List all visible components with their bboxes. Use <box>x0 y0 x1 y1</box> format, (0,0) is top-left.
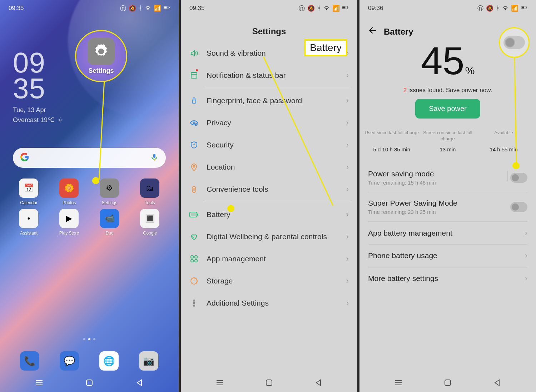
nav-home-button[interactable] <box>262 376 276 390</box>
chevron-right-icon: › <box>346 96 349 105</box>
dock-app-messages[interactable]: 💬 <box>55 351 84 371</box>
nav-recents-button[interactable] <box>32 376 46 390</box>
app-label: Tools <box>145 200 155 205</box>
dock-app-phone[interactable]: 📞 <box>15 351 44 371</box>
app-icon: 🗂 <box>140 179 159 198</box>
settings-row-storage[interactable]: Storage › <box>188 270 350 292</box>
page-title: Settings <box>181 16 357 42</box>
app-icon: 🌼 <box>59 179 79 198</box>
settings-row-label: Convenience tools <box>207 185 338 194</box>
svg-point-35 <box>193 300 195 301</box>
toggle-switch[interactable] <box>510 173 527 183</box>
app-photos[interactable]: 🌼 Photos <box>55 179 83 205</box>
app-icon: 📞 <box>20 351 39 371</box>
back-button[interactable] <box>368 26 377 37</box>
nav-back-button[interactable] <box>311 376 326 390</box>
bluetooth-icon: ᚼ <box>496 5 500 12</box>
settings-row-label: Battery <box>207 210 338 219</box>
page-indicator <box>0 338 179 340</box>
settings-row-finger[interactable]: Fingerprint, face & password › <box>188 90 350 112</box>
settings-row-apps[interactable]: App management › <box>188 248 350 270</box>
battery-stats-row: Used since last full charge 5 d 10 h 35 … <box>359 130 536 152</box>
app-icon: 📷 <box>139 351 158 371</box>
annotation-callout-battery: Battery <box>304 39 347 56</box>
app-calendar[interactable]: 📅 Calendar <box>14 179 43 205</box>
battery-stat: Available 14 h 55 min <box>476 130 531 152</box>
app-google[interactable]: 🔳 Google <box>135 209 164 236</box>
app-icon: 💬 <box>60 351 79 371</box>
battery-row-super-power-saving-mode[interactable]: Super Power Saving ModeTime remaining: 2… <box>368 192 527 221</box>
svg-rect-8 <box>153 154 155 158</box>
nav-recents-button[interactable] <box>391 376 406 390</box>
location-icon <box>189 162 199 172</box>
settings-row-additional[interactable]: Additional Settings › <box>188 292 350 314</box>
panel-settings-list: 09:35 ⓝ 🔕 ᚼ 📶 Settings Battery Sound & v… <box>179 0 357 392</box>
app-label: Calendar <box>20 200 38 205</box>
mic-icon[interactable] <box>150 153 159 163</box>
chevron-right-icon: › <box>346 210 349 219</box>
sound-icon <box>189 49 199 58</box>
settings-row-location[interactable]: Location › <box>188 156 350 178</box>
home-clock-widget[interactable]: 09 35 Tue, 13 Apr Overcast 19℃ <box>13 50 63 124</box>
settings-row-label: App management <box>207 255 338 263</box>
page-title: Battery <box>384 27 413 37</box>
divider-vertical <box>507 171 508 181</box>
annotation-dot <box>512 162 520 169</box>
app-icon: 🌐 <box>99 351 119 371</box>
chevron-right-icon: › <box>346 298 349 308</box>
nfc-icon: ⓝ <box>477 4 483 12</box>
status-icons: ⓝ 🔕 ᚼ 📶 <box>477 4 527 12</box>
save-power-button[interactable]: Save power <box>415 99 480 119</box>
settings-row-privacy[interactable]: Privacy › <box>188 112 350 134</box>
battery-stat: Used since last full charge 5 d 10 h 35 … <box>364 130 420 152</box>
settings-row-security[interactable]: Security › <box>188 134 350 156</box>
battery-icon <box>342 4 349 12</box>
svg-rect-33 <box>195 260 197 262</box>
chevron-right-icon: › <box>525 228 527 238</box>
nav-home-button[interactable] <box>82 376 96 390</box>
zoom-label: Settings <box>88 67 114 75</box>
chevron-right-icon: › <box>346 254 349 263</box>
svg-rect-32 <box>191 260 193 262</box>
svg-rect-1 <box>164 6 167 8</box>
settings-row-battery[interactable]: Battery › <box>188 203 350 226</box>
svg-point-37 <box>193 305 195 306</box>
battery-icon <box>164 4 170 12</box>
status-time: 09:35 <box>9 5 24 12</box>
status-bar: 09:36 ⓝ 🔕 ᚼ 📶 <box>359 0 536 16</box>
dock-app-chrome[interactable]: 🌐 <box>95 351 123 371</box>
battery-row-more-battery-settings[interactable]: More battery settings› <box>368 267 527 290</box>
toggle-icon <box>503 36 525 49</box>
convenience-icon <box>189 185 199 194</box>
svg-rect-2 <box>169 7 169 8</box>
nav-back-button[interactable] <box>132 376 147 390</box>
svg-rect-31 <box>195 256 197 258</box>
battery-row-app-battery-management[interactable]: App battery management› <box>368 222 527 244</box>
clock-date: Tue, 13 Apr <box>13 106 63 114</box>
svg-rect-43 <box>522 6 524 8</box>
chevron-right-icon: › <box>525 251 527 260</box>
svg-rect-30 <box>191 256 193 258</box>
svg-rect-28 <box>197 213 198 216</box>
nav-back-button[interactable] <box>490 376 504 390</box>
app-play-store[interactable]: ▶ Play Store <box>55 209 83 236</box>
app-label: Photos <box>63 200 76 205</box>
app-tools[interactable]: 🗂 Tools <box>135 179 164 205</box>
google-search-bar[interactable] <box>13 148 166 168</box>
app-icon: 🔳 <box>140 209 159 228</box>
toggle-switch[interactable] <box>510 202 527 212</box>
app-duo[interactable]: 📹 Duo <box>95 209 124 236</box>
svg-point-20 <box>193 122 195 124</box>
settings-row-label: Fingerprint, face & password <box>207 96 338 105</box>
battery-row-power-saving-mode[interactable]: Power saving modeTime remaining: 15 h 46… <box>368 163 527 192</box>
settings-row-wellbeing[interactable]: Digital Wellbeing & parental controls › <box>188 226 350 248</box>
app-assistant[interactable]: • Assistant <box>14 209 43 236</box>
chevron-right-icon: › <box>346 140 349 150</box>
app-icon: 📅 <box>19 179 38 198</box>
dock-app-camera[interactable]: 📷 <box>134 351 163 371</box>
nav-recents-button[interactable] <box>213 376 227 390</box>
nav-home-button[interactable] <box>441 376 455 390</box>
dock: 📞💬🌐📷 <box>10 351 169 371</box>
battery-row-phone-battery-usage[interactable]: Phone battery usage› <box>368 245 527 267</box>
app-settings[interactable]: ⚙ Settings <box>95 179 124 205</box>
